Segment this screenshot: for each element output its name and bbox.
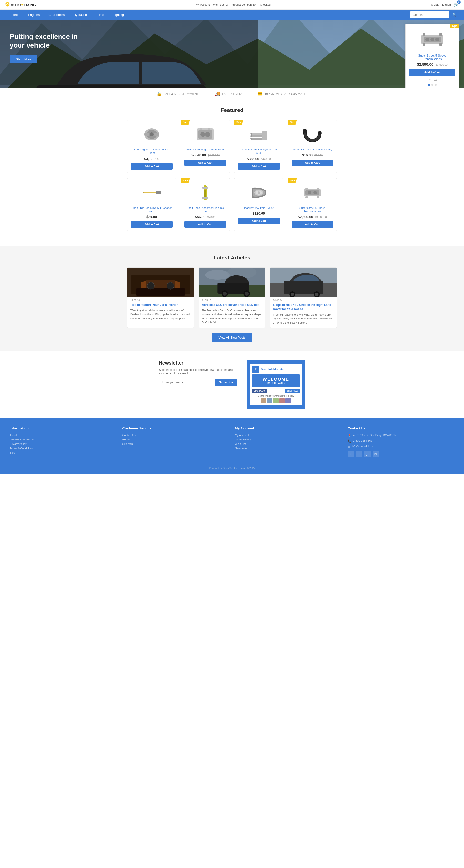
- top-link-account[interactable]: My Account: [196, 3, 210, 6]
- wishlist-icon[interactable]: ♡: [428, 78, 431, 82]
- footer-link-about[interactable]: About: [10, 434, 117, 437]
- footer-link-myaccount[interactable]: My Account: [235, 434, 342, 437]
- svg-rect-46: [204, 190, 206, 197]
- product-name-3[interactable]: Exhaust Complete System For Audi: [238, 148, 280, 155]
- article-title-3[interactable]: 5 Tips to Help You Choose the Right Land…: [270, 303, 337, 313]
- footer-email-text: info@demolink.org: [352, 445, 374, 448]
- svg-rect-25: [145, 133, 149, 135]
- search-button[interactable]: 🔍: [450, 11, 459, 18]
- price-current-3: $368.00: [247, 157, 259, 161]
- footer-link-blog[interactable]: Blog: [10, 451, 117, 454]
- product-img-3: [238, 123, 280, 145]
- footer-link-privacy[interactable]: Privacy Policy: [10, 442, 117, 445]
- trust-item-delivery: 🚚 FAST DELIVERY: [215, 91, 243, 97]
- add-to-cart-5[interactable]: Add to Cart: [131, 221, 173, 227]
- google-plus-icon[interactable]: g+: [364, 451, 371, 457]
- footer-link-contact[interactable]: Contact Us: [122, 434, 229, 437]
- subscribe-button[interactable]: Subscribe: [215, 378, 237, 386]
- tm-brand: TemplateMonster: [261, 368, 285, 371]
- product-card-8: Sale Super Street 5-Speed Transmissions …: [288, 178, 337, 231]
- footer-link-sitemap[interactable]: Site Map: [122, 442, 229, 445]
- footer-link-returns[interactable]: Returns: [122, 438, 229, 441]
- newsletter-section: Newsletter Subscribe to our newsletter t…: [0, 351, 464, 417]
- add-to-cart-7[interactable]: Add to Cart: [238, 218, 280, 224]
- featured-section: Featured Lamborghini Gallardo LP 520 Fro…: [0, 100, 464, 246]
- svg-rect-20: [423, 43, 426, 45]
- product-name-6[interactable]: Sport Shock Absorber High Tec Fiat: [184, 206, 226, 213]
- email-icon: ✉: [348, 445, 350, 448]
- add-to-cart-2[interactable]: Add to Cart: [184, 159, 226, 166]
- cart-icon[interactable]: 🛒 0: [454, 2, 459, 7]
- newsletter-email-input[interactable]: [159, 378, 213, 386]
- hero-product-name[interactable]: Super Street 5-Speed Transmissions: [409, 54, 456, 61]
- article-img-1: [127, 268, 194, 297]
- product-name-4[interactable]: Air Intake Hose for Toyota Camry: [291, 148, 334, 151]
- logo[interactable]: ⚙ AUTO ✦ FIXING: [5, 1, 36, 8]
- fb-friends-text: Be the first of your friends to like thi…: [252, 395, 300, 397]
- compare-icon[interactable]: ⇄: [434, 78, 437, 82]
- footer-address: 📍 4578 69th St. San Diego DG4 89GR: [348, 434, 455, 437]
- nav-item-tires[interactable]: Tires: [93, 9, 108, 20]
- hero-add-to-cart-button[interactable]: Add to Cart: [409, 69, 456, 76]
- product-card-3: Sale Exhaust Complete System For Audi $3…: [234, 120, 283, 173]
- nav-item-gearboxes[interactable]: Gear boxes: [44, 9, 69, 20]
- currency-selector[interactable]: $ USD: [431, 3, 439, 6]
- article-svg-1: [127, 268, 194, 297]
- article-title-2[interactable]: Mercedes GLC crossover sheds GLK box: [199, 303, 266, 309]
- hero-dot-2[interactable]: [431, 84, 433, 86]
- price-current-6: $56.00: [195, 215, 206, 219]
- product-name-5[interactable]: Sport High Tec BMW Mini Cooper incl.: [131, 206, 173, 213]
- newsletter-shop-now-button[interactable]: Shop Now: [285, 389, 300, 393]
- svg-point-38: [251, 137, 252, 140]
- article-title-1[interactable]: Tips to Restore Your Car's Interior: [127, 303, 194, 309]
- svg-rect-63: [136, 288, 185, 296]
- product-name-8[interactable]: Super Street 5-Speed Transmissions: [291, 206, 334, 213]
- add-to-cart-4[interactable]: Add to Cart: [291, 159, 334, 166]
- hero-content: Putting excellence in your vehicle Shop …: [0, 20, 102, 75]
- product-img-7: [238, 182, 280, 204]
- hero-dot-3[interactable]: [435, 84, 437, 86]
- footer-customer-service-title: Customer Service: [122, 426, 229, 430]
- search-input[interactable]: [410, 11, 450, 18]
- product-name-1[interactable]: Lamborghini Gallardo LP 520 Front: [131, 148, 173, 155]
- top-bar: ⚙ AUTO ✦ FIXING My Account Wish List (0)…: [0, 0, 464, 9]
- add-to-cart-6[interactable]: Add to Cart: [184, 221, 226, 227]
- svg-rect-47: [202, 187, 208, 188]
- nav-item-engines[interactable]: Engines: [24, 9, 44, 20]
- top-right: $ USD English 🛒 0: [431, 2, 459, 7]
- hero-dot-1[interactable]: [428, 84, 430, 86]
- add-to-cart-1[interactable]: Add to Cart: [131, 163, 173, 169]
- article-img-3: [270, 268, 337, 297]
- nav-item-hitech[interactable]: Hi-tech: [5, 9, 24, 20]
- footer-link-terms[interactable]: Terms & Conditions: [10, 447, 117, 450]
- price-current-1: $3,120.00: [144, 157, 159, 161]
- top-link-checkout[interactable]: Checkout: [260, 3, 271, 6]
- envelope-icon[interactable]: ✉: [373, 451, 379, 457]
- facebook-icon[interactable]: f: [348, 451, 354, 457]
- article-text-1: Want to get top dollar when you sell you…: [127, 309, 194, 323]
- footer-link-delivery[interactable]: Delivery Information: [10, 438, 117, 441]
- nav-item-lighting[interactable]: Lighting: [108, 9, 128, 20]
- twitter-icon[interactable]: t: [356, 451, 362, 457]
- svg-point-29: [200, 132, 205, 137]
- top-link-wishlist[interactable]: Wish List (0): [213, 3, 228, 6]
- facebook-like-button[interactable]: Like Page: [252, 389, 267, 393]
- sale-tag-2: Sale: [181, 120, 190, 125]
- friend-avatar-5: [285, 398, 291, 403]
- shop-now-button[interactable]: Shop Now: [10, 55, 37, 63]
- trust-item-payment: 🔒 SAFE & SECURE PAYMENTS: [156, 91, 200, 97]
- price-current-8: $2,800.00: [298, 215, 313, 219]
- language-selector[interactable]: English: [442, 3, 451, 6]
- top-link-compare[interactable]: Product Compare (0): [231, 3, 257, 6]
- product-name-2[interactable]: WRX FA20 Stage 3 Short Block: [184, 148, 226, 151]
- footer-link-wishlist[interactable]: Wish List: [235, 442, 342, 445]
- nav-item-hydraulics[interactable]: Hydraulics: [69, 9, 93, 20]
- product-name-7[interactable]: Headlight VW Polo Typ 6N: [238, 206, 280, 210]
- add-to-cart-3[interactable]: Add to Cart: [238, 163, 280, 169]
- view-all-posts-button[interactable]: View All Blog Posts: [212, 333, 252, 342]
- location-icon: 📍: [348, 434, 351, 437]
- footer-link-order-history[interactable]: Order History: [235, 438, 342, 441]
- svg-point-30: [205, 132, 210, 137]
- footer-link-newsletter[interactable]: Newsletter: [235, 447, 342, 450]
- add-to-cart-8[interactable]: Add to Cart: [291, 221, 334, 227]
